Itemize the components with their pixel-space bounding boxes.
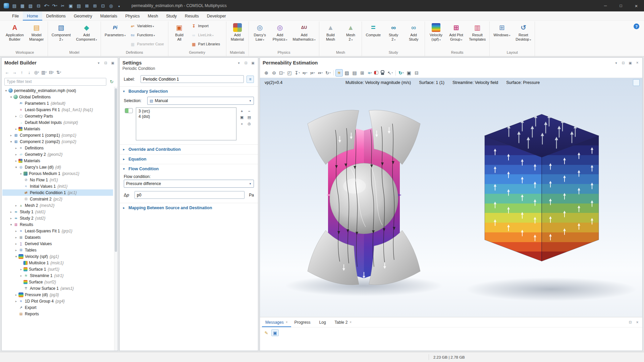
ribbon-button[interactable]: Add Study▾ bbox=[404, 21, 423, 50]
ribbon-button[interactable]: Parameter Case▾ bbox=[128, 40, 166, 49]
tree-item[interactable]: Least-Squares Fit 1 {lsq1_fun1} {lsq1} bbox=[2, 106, 113, 113]
help-icon[interactable]: ? bbox=[634, 24, 639, 29]
zoom-out-icon[interactable]: ▾ bbox=[270, 69, 278, 77]
quick-access-button[interactable]: ▾ bbox=[83, 2, 91, 10]
float-panel-icon[interactable] bbox=[244, 60, 248, 65]
tree-item[interactable]: Surface {surf2} bbox=[2, 279, 113, 285]
twisty-icon[interactable] bbox=[14, 127, 18, 131]
add-to-selection-icon[interactable] bbox=[238, 108, 245, 114]
scene-light-icon[interactable]: ▾ bbox=[335, 69, 343, 77]
twisty-icon[interactable] bbox=[4, 89, 8, 92]
quick-access-button[interactable]: ▾ bbox=[19, 2, 26, 10]
tree-item[interactable]: Darcy's Law (dl) {dl} bbox=[2, 164, 113, 170]
twisty-icon[interactable] bbox=[14, 255, 18, 258]
quick-access-button[interactable]: ▾ bbox=[27, 2, 34, 10]
tree-item[interactable]: Tables bbox=[2, 247, 113, 253]
tree-item[interactable]: Component 2 (comp2) {comp2} bbox=[2, 138, 113, 145]
tree-item[interactable]: Study 2 {std2} bbox=[2, 215, 113, 221]
go-to-yz-view-icon[interactable]: ▾ bbox=[309, 69, 316, 77]
tree-item[interactable]: Arrow Surface 1 {arws1} bbox=[2, 285, 113, 291]
chevron-down-icon[interactable] bbox=[614, 60, 619, 65]
tree-item[interactable]: Pressure (dl) {pg3} bbox=[2, 291, 113, 298]
zoom-to-selection-icon[interactable] bbox=[246, 121, 253, 127]
ribbon-button[interactable]: Import▾ bbox=[190, 21, 225, 31]
ribbon-button[interactable]: LiveLink▾ bbox=[190, 31, 225, 40]
tree-item[interactable]: Datasets bbox=[2, 234, 113, 240]
tree-item[interactable]: No Flow 1 {nf1} bbox=[2, 177, 113, 183]
quick-access-button[interactable]: ▾ bbox=[67, 2, 74, 10]
twisty-icon[interactable] bbox=[14, 242, 18, 245]
zoom-box-icon[interactable]: ▾ bbox=[278, 69, 285, 77]
section-header-override[interactable]: ▸ Override and Contribution bbox=[120, 145, 258, 154]
clear-selection-icon[interactable] bbox=[238, 121, 245, 127]
tree-item[interactable]: Global Definitions bbox=[2, 94, 113, 100]
tree-item[interactable]: Component 1 (comp1) {comp1} bbox=[2, 132, 113, 138]
float-panel-icon[interactable] bbox=[103, 60, 108, 65]
menu-tab[interactable]: Physics bbox=[121, 11, 144, 20]
paste-selection-icon[interactable] bbox=[246, 115, 253, 120]
float-panel-icon[interactable] bbox=[628, 320, 633, 325]
close-panel-icon[interactable] bbox=[635, 320, 640, 325]
ribbon-button[interactable]: Study 2▾ bbox=[384, 21, 403, 50]
menu-tab[interactable]: Developer bbox=[203, 11, 230, 20]
twisty-icon[interactable] bbox=[14, 166, 18, 169]
flow-condition-combobox[interactable]: Pressure difference ▾ bbox=[124, 180, 254, 188]
section-header-equation[interactable]: ▸ Equation bbox=[120, 154, 258, 164]
rename-icon[interactable] bbox=[247, 76, 254, 83]
twisty-icon[interactable] bbox=[14, 293, 18, 297]
ribbon-button[interactable]: Build All▾ bbox=[170, 21, 189, 50]
menu-tab[interactable]: Study bbox=[162, 11, 181, 20]
tree-toolbar-button[interactable]: ▾ bbox=[48, 69, 55, 76]
ribbon-button[interactable]: Parameters▾ bbox=[102, 21, 128, 50]
ribbon-button[interactable]: Compute▾ bbox=[363, 21, 383, 50]
quick-access-button[interactable]: ▾ bbox=[59, 2, 66, 10]
tree-item[interactable]: Surface 1 {surf1} bbox=[2, 266, 113, 272]
plot-settings-icon[interactable]: ▾ bbox=[366, 69, 374, 77]
dock-panel-icon[interactable] bbox=[110, 60, 115, 65]
graphics-canvas[interactable] bbox=[260, 78, 642, 317]
twisty-icon[interactable] bbox=[14, 300, 18, 303]
bottom-tab[interactable]: Progress bbox=[291, 317, 316, 327]
quick-access-button[interactable]: ▾ bbox=[51, 2, 58, 10]
twisty-icon[interactable] bbox=[14, 153, 18, 156]
tree-toolbar-button[interactable]: ▾ bbox=[18, 69, 25, 76]
twisty-icon[interactable] bbox=[9, 95, 13, 99]
tree-item[interactable]: Velocity (spf) {pg1} bbox=[2, 253, 113, 260]
twisty-icon[interactable] bbox=[14, 236, 18, 239]
tree-item[interactable]: Reports bbox=[2, 311, 113, 317]
tree-toolbar-button[interactable]: ▾ bbox=[55, 69, 62, 76]
tree-toolbar-button[interactable]: ▾ bbox=[41, 69, 47, 76]
tree-toolbar-button[interactable]: ▾ bbox=[11, 69, 18, 76]
ribbon-button[interactable]: Reset Desktop▾ bbox=[513, 21, 533, 50]
ribbon-button[interactable]: Mesh 2▾ bbox=[341, 21, 360, 50]
twisty-icon[interactable] bbox=[14, 115, 18, 118]
tree-item[interactable]: Porous Medium 1 {porous1} bbox=[2, 170, 113, 177]
tree-item[interactable]: Constraint 2 {pc2} bbox=[2, 196, 113, 202]
minimize-icon[interactable] bbox=[598, 0, 613, 11]
tree-item[interactable]: Definitions bbox=[2, 145, 113, 151]
quick-access-button[interactable]: ▾ bbox=[35, 2, 42, 10]
menu-tab[interactable]: Geometry bbox=[70, 11, 96, 20]
tree-item[interactable]: Results bbox=[2, 221, 113, 228]
scrollbar[interactable] bbox=[114, 87, 118, 351]
twisty-icon[interactable] bbox=[19, 172, 23, 175]
menu-tab[interactable]: Definitions bbox=[42, 11, 70, 20]
tree-item[interactable]: Materials bbox=[2, 126, 113, 132]
ribbon-button[interactable]: Result Templates▾ bbox=[467, 21, 488, 50]
tree-item[interactable]: Parameters 1 {default} bbox=[2, 100, 113, 106]
menu-tab[interactable]: File bbox=[8, 11, 23, 20]
transparency-icon[interactable]: ▾ bbox=[343, 69, 351, 77]
quick-access-button[interactable]: ▾ bbox=[43, 2, 50, 10]
ribbon-button[interactable]: Part Libraries▾ bbox=[190, 40, 225, 49]
tree-item[interactable]: 1D Plot Group 4 {pg4} bbox=[2, 298, 113, 304]
ribbon-button[interactable]: Build Mesh▾ bbox=[321, 21, 340, 50]
tree-item[interactable]: Geometry Parts bbox=[2, 113, 113, 119]
twisty-icon[interactable] bbox=[9, 134, 13, 137]
quick-access-button[interactable]: ▾ bbox=[107, 2, 115, 10]
tree-item[interactable]: Periodic Condition 1 {pc1} bbox=[2, 189, 113, 196]
selection-combobox[interactable]: Manual ▾ bbox=[147, 97, 254, 105]
ribbon-button[interactable]: Add Physics▾ bbox=[270, 21, 290, 50]
twisty-icon[interactable] bbox=[9, 140, 13, 143]
ribbon-button[interactable]: Add Material▾ bbox=[228, 21, 247, 50]
menu-tab[interactable]: Materials bbox=[96, 11, 121, 20]
